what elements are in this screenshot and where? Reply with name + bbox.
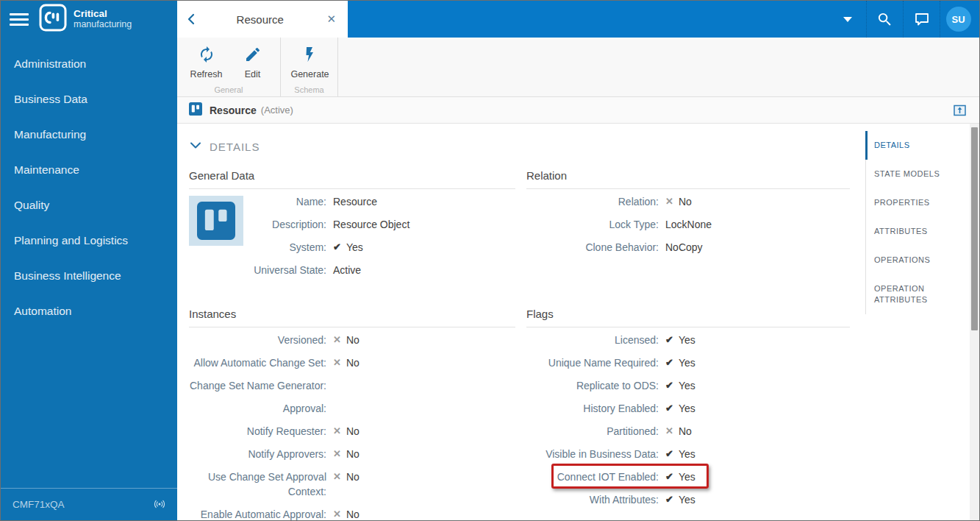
edit-button[interactable]: Edit <box>229 42 276 83</box>
entity-header: Resource (Active) <box>177 97 979 124</box>
toolbar-group-label-schema: Schema <box>281 85 337 94</box>
field-value: LockNone <box>665 217 712 232</box>
field-label: Approval: <box>189 401 326 416</box>
cross-icon: ✕ <box>333 469 341 484</box>
avatar-initials[interactable]: SU <box>946 7 971 32</box>
sidebar-item-administration[interactable]: Administration <box>1 46 177 82</box>
field-label: Change Set Name Generator: <box>189 378 326 393</box>
field-row-enable-automatic-approval: Enable Automatic Approval: ✕ No <box>189 503 515 520</box>
sidebar-item-manufacturing[interactable]: Manufacturing <box>1 117 177 152</box>
generate-label: Generate <box>290 69 329 79</box>
details-section-toggle[interactable]: DETAILS <box>190 140 260 153</box>
refresh-icon <box>198 46 215 66</box>
field-label: Enable Automatic Approval: <box>189 507 326 520</box>
generate-button[interactable]: Generate <box>287 42 333 83</box>
general-data-rows: Name: Resource Description: Resource Obj… <box>189 189 515 282</box>
tab-resource[interactable]: Resource ✕ <box>177 1 348 38</box>
user-avatar[interactable]: SU <box>940 1 976 38</box>
sidebar-item-maintenance[interactable]: Maintenance <box>1 152 177 188</box>
field-label: Use Change Set Approval Context: <box>189 469 326 499</box>
chat-icon[interactable] <box>903 1 940 38</box>
section-title: Instances <box>189 308 515 327</box>
sidebar-header: Critical manufacturing <box>1 1 177 38</box>
field-value: Yes <box>679 492 695 507</box>
sidebar-item-business-data[interactable]: Business Data <box>1 82 177 117</box>
field-row-connect-iot-enabled: Connect IOT Enabled: ✔ Yes <box>526 466 850 489</box>
field-label: Allow Automatic Change Set: <box>189 355 326 370</box>
menu-hamburger-icon[interactable] <box>10 10 29 29</box>
toolbar-group-general: Refresh Edit General <box>177 38 281 96</box>
field-value: Yes <box>346 240 363 255</box>
edit-label: Edit <box>245 69 261 79</box>
field-row-clone-behavior: Clone Behavior: NoCopy <box>526 236 850 259</box>
details-header-label: DETAILS <box>210 141 260 153</box>
nav-item-attributes[interactable]: ATTRIBUTES <box>865 217 968 246</box>
vertical-scrollbar[interactable] <box>970 124 979 520</box>
dropdown-caret-icon[interactable] <box>829 1 866 38</box>
field-row-versioned: Versioned: ✕ No <box>189 329 515 352</box>
nav-item-operations[interactable]: OPERATIONS <box>865 246 968 274</box>
sidebar-item-quality[interactable]: Quality <box>1 188 177 223</box>
search-icon[interactable] <box>866 1 903 38</box>
section-title: General Data <box>189 169 515 189</box>
check-icon: ✔ <box>665 469 673 484</box>
nav-item-properties[interactable]: PROPERTIES <box>865 188 968 217</box>
field-row-change-set-name-generator: Change Set Name Generator: <box>189 375 515 397</box>
sidebar-item-automation[interactable]: Automation <box>1 294 177 329</box>
field-row-visible-in-business-data: Visible in Business Data: ✔ Yes <box>526 443 850 466</box>
field-label: Description: <box>189 217 326 232</box>
field-row-licensed: Licensed: ✔ Yes <box>526 329 850 352</box>
broadcast-icon[interactable] <box>154 497 165 512</box>
field-label: System: <box>189 240 326 255</box>
scrollbar-thumb[interactable] <box>971 127 978 330</box>
flags-rows: Licensed: ✔ Yes Unique Name Required: ✔ … <box>526 327 850 511</box>
field-label: Relation: <box>526 194 659 209</box>
sidebar-item-planning-and-logistics[interactable]: Planning and Logistics <box>1 223 177 258</box>
field-row-use-change-set-approval-context: Use Change Set Approval Context: ✕ No <box>189 466 515 503</box>
resource-entity-icon <box>189 102 202 118</box>
section-title: Flags <box>526 308 850 327</box>
cross-icon: ✕ <box>333 507 341 520</box>
logo-text: Critical manufacturing <box>74 9 132 29</box>
field-row-relation: Relation: ✕ No <box>526 191 850 213</box>
field-row-name: Name: Resource <box>189 191 515 213</box>
field-row-partitioned: Partitioned: ✕ No <box>526 420 850 443</box>
field-label: Licensed: <box>526 333 659 347</box>
toolbar-group-schema: Generate Schema <box>281 38 338 96</box>
field-label: Replicate to ODS: <box>526 378 659 393</box>
field-label: History Enabled: <box>526 401 659 416</box>
field-value: No <box>346 507 360 520</box>
relation-rows: Relation: ✕ No Lock Type: LockNone Clone… <box>526 189 850 259</box>
check-icon: ✔ <box>665 378 673 393</box>
critical-manufacturing-logo-icon <box>39 4 67 35</box>
check-icon: ✔ <box>333 240 341 255</box>
close-icon[interactable]: ✕ <box>323 11 339 27</box>
nav-item-operation-attributes[interactable]: OPERATION ATTRIBUTES <box>865 274 968 314</box>
sidebar-footer: CMF71xQA <box>1 488 177 520</box>
field-label: Clone Behavior: <box>526 240 659 255</box>
main-sidebar: Critical manufacturing Administration Bu… <box>1 1 177 520</box>
section-instances: Instances Versioned: ✕ No Allow Automati… <box>189 308 515 520</box>
sidebar-nav: Administration Business Data Manufacturi… <box>1 46 177 329</box>
field-label: Connect IOT Enabled: <box>526 469 659 484</box>
field-row-notify-requester: Notify Requester: ✕ No <box>189 420 515 443</box>
back-chevron-icon[interactable] <box>186 13 196 26</box>
expand-panel-icon[interactable] <box>954 104 966 119</box>
refresh-button[interactable]: Refresh <box>183 42 229 83</box>
check-icon: ✔ <box>665 401 673 416</box>
check-icon: ✔ <box>665 447 673 461</box>
field-label: Notify Requester: <box>189 424 326 439</box>
field-value: No <box>346 355 360 370</box>
section-flags: Flags Licensed: ✔ Yes Unique Name Requir… <box>526 308 850 511</box>
field-value: Yes <box>679 401 695 416</box>
field-value: Yes <box>679 355 695 370</box>
nav-item-state-models[interactable]: STATE MODELS <box>865 160 968 188</box>
section-title: Relation <box>526 169 850 189</box>
nav-item-details[interactable]: DETAILS <box>865 131 968 160</box>
field-row-notify-approvers: Notify Approvers: ✕ No <box>189 443 515 466</box>
field-row-unique-name-required: Unique Name Required: ✔ Yes <box>526 352 850 375</box>
sidebar-item-business-intelligence[interactable]: Business Intelligence <box>1 258 177 294</box>
chevron-down-icon <box>190 140 201 153</box>
cross-icon: ✕ <box>333 447 341 461</box>
cross-icon: ✕ <box>665 424 673 439</box>
